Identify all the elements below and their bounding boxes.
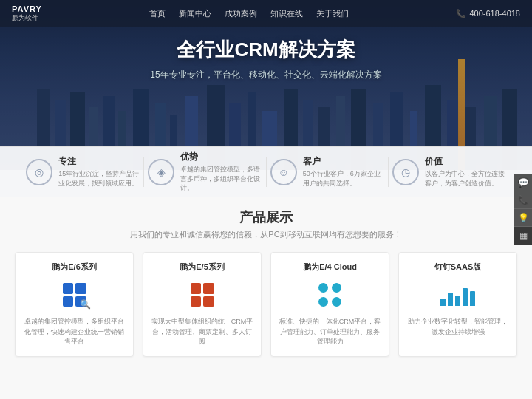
product-icon-e4	[277, 279, 383, 311]
nav-home[interactable]: 首页	[149, 8, 166, 19]
feature-advantage: ◈ 优势 卓越的集团管控模型，多语言多币种，多组织平台化设计。	[144, 151, 265, 193]
phone-number: 📞 400-618-4018	[456, 9, 520, 18]
sidebar-qr-icon[interactable]: ▦	[514, 227, 532, 245]
clients-text: 客户 50个行业客户，6万家企业用户的共同选择。	[303, 155, 384, 188]
navigation: 首页 新闻中心 成功案例 知识在线 关于我们	[149, 8, 349, 19]
focus-desc: 15年行业沉淀，坚持产品行业化发展，找到领域应用。	[58, 169, 140, 188]
hero-content: 全行业CRM解决方案 15年专业专注，平台化、移动化、社交化、云端化解决方案	[0, 37, 532, 81]
advantage-icon: ◈	[148, 159, 174, 185]
sidebar-icons: 💬 📞 💡 ▦	[514, 174, 532, 245]
features-section: ◎ 专注 15年行业沉淀，坚持产品行业化发展，找到领域应用。 ◈ 优势 卓越的集…	[0, 146, 532, 197]
product-name-e6: 鹏为E/6系列	[21, 262, 127, 273]
feature-clients: ☺ 客户 50个行业客户，6万家企业用户的共同选择。	[267, 155, 388, 188]
advantage-desc: 卓越的集团管控模型，多语言多币种，多组织平台化设计。	[180, 165, 262, 193]
product-desc-e4: 标准、快捷的一体化CRM平台，客户管理能力、订单处理能力、服务管理能力	[277, 317, 383, 347]
product-card-e6: 鹏为E/6系列 🔍 卓越的集团管控模型，多组织平台化管理，快速构建企业统一营销销…	[15, 252, 134, 357]
product-desc-e6: 卓越的集团管控模型，多组织平台化管理，快速构建企业统一营销销售平台	[21, 317, 127, 347]
product-name-saas: 钉钉SAAS版	[405, 262, 511, 273]
clients-icon: ☺	[270, 159, 297, 185]
sidebar-phone-icon[interactable]: 📞	[514, 191, 532, 209]
clients-desc: 50个行业客户，6万家企业用户的共同选择。	[303, 169, 384, 188]
brand-sub: 鹏为软件	[12, 13, 38, 23]
focus-title: 专注	[58, 155, 140, 168]
brand-name: PAVRY	[12, 4, 42, 13]
phone-icon: 📞	[456, 9, 466, 18]
focus-icon: ◎	[26, 159, 52, 185]
product-card-e5: 鹏为E/5系列 实现大中型集体组织的统一CRM平台，活动管理、商票定制、多人订阅	[143, 252, 262, 357]
value-text: 价值 以客户为中心，全方位连接客户，为客户创造价值。	[425, 155, 506, 188]
hero-subtitle: 15年专业专注，平台化、移动化、社交化、云端化解决方案	[0, 69, 532, 81]
feature-focus: ◎ 专注 15年行业沉淀，坚持产品行业化发展，找到领域应用。	[22, 155, 143, 188]
value-icon: ◷	[392, 159, 419, 185]
bar-chart-icon	[440, 284, 475, 306]
focus-text: 专注 15年行业沉淀，坚持产品行业化发展，找到领域应用。	[58, 155, 140, 188]
products-section: 产品展示 用我们的专业和诚信赢得您的信赖，从PC到移动互联网均有您想要的服务！ …	[0, 197, 532, 399]
hero-title: 全行业CRM解决方案	[0, 37, 532, 63]
product-desc-saas: 助力企业数字化转型，智能管理，激发企业持续增强	[405, 317, 511, 337]
nav-news[interactable]: 新闻中心	[179, 8, 211, 19]
nav-knowledge[interactable]: 知识在线	[270, 8, 303, 19]
product-icon-e5	[149, 279, 255, 311]
products-title: 产品展示	[15, 208, 517, 226]
product-name-e5: 鹏为E/5系列	[149, 262, 255, 273]
nav-about[interactable]: 关于我们	[316, 8, 349, 19]
sidebar-chat-icon[interactable]: 💬	[514, 174, 532, 191]
sidebar-info-icon[interactable]: 💡	[514, 209, 532, 227]
products-subtitle: 用我们的专业和诚信赢得您的信赖，从PC到移动互联网均有您想要的服务！	[15, 229, 517, 240]
product-name-e4: 鹏为E/4 Cloud	[277, 262, 383, 273]
advantage-text: 优势 卓越的集团管控模型，多语言多币种，多组织平台化设计。	[180, 151, 262, 193]
nav-cases[interactable]: 成功案例	[225, 8, 257, 19]
product-icon-e6: 🔍	[21, 279, 127, 311]
value-title: 价值	[425, 155, 506, 168]
product-card-e4: 鹏为E/4 Cloud 标准、快捷的一体化CRM平台，客户管理能力、订单处理能力…	[270, 252, 389, 357]
logo: PAVRY 鹏为软件	[12, 4, 42, 23]
value-desc: 以客户为中心，全方位连接客户，为客户创造价值。	[425, 169, 506, 188]
advantage-title: 优势	[180, 151, 262, 163]
clients-title: 客户	[303, 155, 384, 168]
product-card-saas: 钉钉SAAS版 助力企业数字化转型，智能管理，激发企业持续增强	[398, 252, 517, 357]
product-icon-saas	[405, 279, 511, 311]
products-grid: 鹏为E/6系列 🔍 卓越的集团管控模型，多组织平台化管理，快速构建企业统一营销销…	[15, 252, 517, 357]
header: PAVRY 鹏为软件 首页 新闻中心 成功案例 知识在线 关于我们 📞 400-…	[0, 0, 532, 27]
product-desc-e5: 实现大中型集体组织的统一CRM平台，活动管理、商票定制、多人订阅	[149, 317, 255, 347]
feature-value: ◷ 价值 以客户为中心，全方位连接客户，为客户创造价值。	[389, 155, 510, 188]
